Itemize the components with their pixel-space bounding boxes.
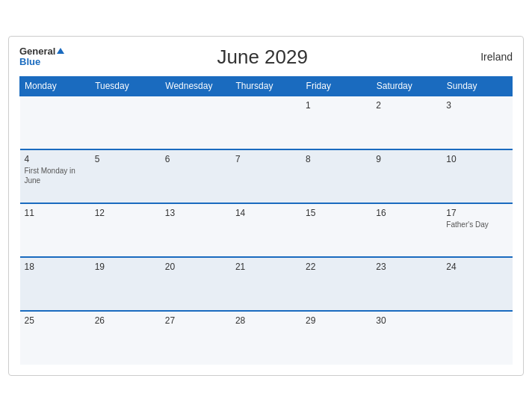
calendar-cell — [442, 311, 512, 365]
calendar-title: June 2029 — [64, 46, 460, 69]
calendar-cell: 6 — [161, 149, 231, 203]
calendar-week-row: 11121314151617Father's Day — [20, 203, 513, 257]
calendar-cell: 28 — [231, 311, 301, 365]
day-number: 12 — [95, 208, 156, 218]
header-wednesday: Wednesday — [161, 76, 231, 96]
calendar-cell: 8 — [301, 149, 371, 203]
day-number: 7 — [235, 154, 297, 164]
calendar-cell: 17Father's Day — [442, 203, 512, 257]
day-number: 14 — [235, 208, 297, 218]
calendar-header: General Blue June 2029 Ireland — [19, 46, 513, 69]
calendar-cell: 24 — [442, 257, 512, 311]
header-saturday: Saturday — [371, 76, 442, 96]
day-number: 6 — [165, 154, 226, 164]
header-sunday: Sunday — [442, 76, 512, 96]
calendar-country: Ireland — [460, 51, 513, 63]
calendar-week-row: 18192021222324 — [20, 257, 513, 311]
day-number: 11 — [25, 208, 86, 218]
day-number: 20 — [165, 262, 226, 272]
day-number: 25 — [25, 315, 86, 326]
calendar-cell: 26 — [90, 311, 161, 365]
day-number: 13 — [165, 208, 226, 218]
day-number: 15 — [306, 208, 367, 218]
calendar-cell: 2 — [371, 96, 442, 149]
calendar-cell — [161, 96, 231, 149]
calendar-cell: 29 — [301, 311, 371, 365]
day-number: 30 — [376, 315, 437, 326]
day-event: Father's Day — [446, 220, 507, 229]
calendar-cell: 1 — [301, 96, 371, 149]
calendar-cell: 14 — [231, 203, 301, 257]
calendar-cell: 4First Monday in June — [20, 149, 90, 203]
header-monday: Monday — [20, 76, 90, 96]
logo-general-text: General — [19, 46, 64, 57]
day-number: 5 — [95, 154, 156, 164]
calendar-cell: 3 — [442, 96, 512, 149]
logo-blue-text: Blue — [19, 57, 64, 67]
day-number: 8 — [306, 154, 367, 164]
calendar-grid: Monday Tuesday Wednesday Thursday Friday… — [19, 76, 513, 365]
calendar-cell: 19 — [90, 257, 161, 311]
calendar-cell: 25 — [20, 311, 90, 365]
header-friday: Friday — [301, 76, 371, 96]
day-number: 26 — [95, 315, 156, 326]
calendar-week-row: 252627282930 — [20, 311, 513, 365]
day-event: First Monday in June — [25, 166, 86, 185]
day-number: 22 — [306, 262, 367, 272]
day-number: 1 — [306, 100, 367, 111]
day-number: 21 — [235, 262, 297, 272]
calendar-week-row: 4First Monday in June5678910 — [20, 149, 513, 203]
calendar-cell: 22 — [301, 257, 371, 311]
calendar-cell: 21 — [231, 257, 301, 311]
calendar-cell: 16 — [371, 203, 442, 257]
calendar-cell: 10 — [442, 149, 512, 203]
calendar-week-row: 123 — [20, 96, 513, 149]
calendar-cell — [20, 96, 90, 149]
day-number: 17 — [446, 208, 507, 218]
day-number: 28 — [235, 315, 297, 326]
calendar-cell: 11 — [20, 203, 90, 257]
calendar-cell: 12 — [90, 203, 161, 257]
calendar-cell: 5 — [90, 149, 161, 203]
day-number: 27 — [165, 315, 226, 326]
calendar-cell: 30 — [371, 311, 442, 365]
calendar-cell: 7 — [231, 149, 301, 203]
day-number: 9 — [376, 154, 437, 164]
calendar-cell — [90, 96, 161, 149]
calendar-body: 1234First Monday in June5678910111213141… — [20, 96, 513, 365]
calendar-cell: 13 — [161, 203, 231, 257]
day-number: 10 — [446, 154, 507, 164]
day-number: 29 — [306, 315, 367, 326]
logo: General Blue — [19, 46, 64, 68]
day-number: 24 — [446, 262, 507, 272]
calendar-cell: 27 — [161, 311, 231, 365]
calendar-cell: 9 — [371, 149, 442, 203]
calendar-cell: 15 — [301, 203, 371, 257]
day-number: 16 — [376, 208, 437, 218]
day-number: 19 — [95, 262, 156, 272]
header-tuesday: Tuesday — [90, 76, 161, 96]
day-number: 2 — [376, 100, 437, 111]
day-number: 18 — [25, 262, 86, 272]
weekday-header-row: Monday Tuesday Wednesday Thursday Friday… — [20, 76, 513, 96]
day-number: 3 — [446, 100, 507, 111]
logo-triangle-icon — [57, 48, 64, 54]
day-number: 23 — [376, 262, 437, 272]
calendar-cell: 18 — [20, 257, 90, 311]
day-number: 4 — [25, 154, 86, 164]
calendar-container: General Blue June 2029 Ireland Monday Tu… — [8, 36, 524, 376]
calendar-cell — [231, 96, 301, 149]
header-thursday: Thursday — [231, 76, 301, 96]
calendar-cell: 23 — [371, 257, 442, 311]
calendar-cell: 20 — [161, 257, 231, 311]
